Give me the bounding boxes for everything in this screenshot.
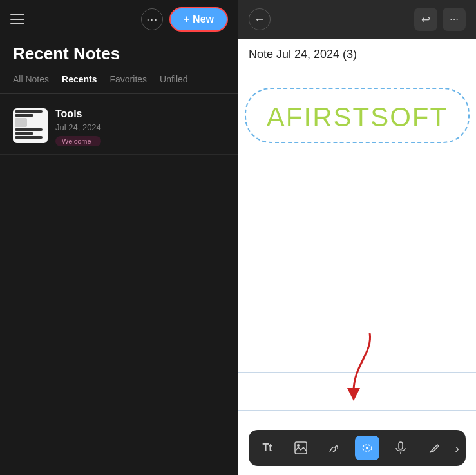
note-more-button[interactable]: ···: [443, 8, 466, 31]
tabs-bar: All Notes Recents Favorites Unfiled: [0, 68, 238, 94]
toolbar-chevron[interactable]: ›: [455, 441, 459, 456]
svg-rect-1: [295, 442, 307, 454]
pen-icon: [427, 441, 441, 455]
toolbar-pen-icon[interactable]: [422, 436, 446, 460]
right-top-actions: ↩ ···: [414, 8, 466, 31]
note-title: Tools: [55, 108, 101, 120]
notes-list: Tools Jul 24, 2024 Welcome: [0, 94, 238, 475]
top-bar-right: ··· + New: [141, 7, 228, 32]
new-button[interactable]: + New: [169, 7, 228, 32]
canvas-area[interactable]: AFIRSTSOFT: [238, 68, 476, 475]
note-thumbnail: [13, 108, 48, 143]
mic-icon: [394, 441, 408, 455]
text-format-icon: Tt: [262, 442, 272, 454]
left-panel: ··· + New Recent Notes All Notes Recents…: [0, 0, 238, 475]
handwritten-text: AFIRSTSOFT: [267, 102, 448, 132]
tab-recents[interactable]: Recents: [55, 72, 103, 87]
toolbar-draw-icon[interactable]: [321, 436, 346, 460]
tab-all-notes[interactable]: All Notes: [13, 72, 55, 87]
undo-button[interactable]: ↩: [414, 8, 437, 31]
hand-draw-icon: [327, 441, 341, 455]
toolbar-text-icon[interactable]: Tt: [255, 436, 280, 460]
svg-point-2: [297, 444, 300, 447]
toolbar-image-icon[interactable]: [289, 436, 313, 460]
note-date: Jul 24, 2024: [55, 122, 101, 132]
image-icon: [294, 441, 308, 455]
svg-point-4: [366, 447, 368, 449]
tab-unfiled[interactable]: Unfiled: [153, 72, 195, 87]
handwritten-bubble: AFIRSTSOFT: [245, 88, 470, 143]
toolbar-lasso-icon[interactable]: [355, 436, 379, 460]
arrow-container: [334, 327, 386, 404]
more-button[interactable]: ···: [141, 8, 163, 30]
right-panel: ← ↩ ··· Note Jul 24, 2024 (3) AFIRSTSOFT…: [238, 0, 476, 475]
top-bar: ··· + New: [0, 0, 238, 39]
note-header: Note Jul 24, 2024 (3): [238, 39, 476, 68]
toolbar-mic-icon[interactable]: [388, 436, 413, 460]
svg-marker-0: [347, 388, 360, 401]
section-title: Recent Notes: [0, 39, 238, 68]
svg-rect-5: [399, 442, 403, 449]
note-info: Tools Jul 24, 2024 Welcome: [55, 108, 101, 146]
right-top-bar: ← ↩ ···: [238, 0, 476, 39]
note-tag: Welcome: [55, 136, 101, 146]
tab-favorites[interactable]: Favorites: [104, 72, 154, 87]
back-button[interactable]: ←: [249, 8, 271, 30]
bottom-toolbar: Tt: [249, 430, 466, 466]
note-item[interactable]: Tools Jul 24, 2024 Welcome: [0, 101, 238, 155]
lasso-icon: [360, 441, 374, 455]
menu-icon[interactable]: [10, 14, 24, 24]
